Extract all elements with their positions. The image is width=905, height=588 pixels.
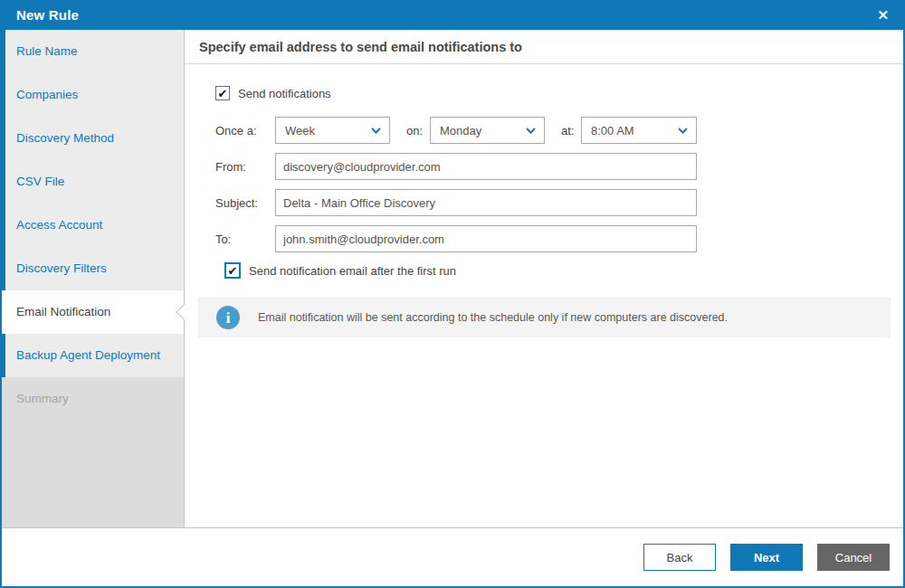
sidebar-item-discovery-method[interactable]: Discovery Method	[2, 117, 184, 160]
wizard-steps-sidebar: Rule Name Companies Discovery Method CSV…	[2, 30, 185, 527]
on-label: on:	[406, 124, 430, 138]
check-icon: ✔	[218, 88, 228, 100]
send-notifications-label: Send notifications	[238, 87, 331, 100]
next-button[interactable]: Next	[730, 544, 803, 571]
info-message: Email notification will be sent accordin…	[258, 311, 728, 324]
from-input[interactable]	[275, 153, 697, 180]
schedule-row: Once a: Week on: Monday at: 8:00 AM	[215, 117, 697, 144]
first-run-checkbox[interactable]: ✔	[224, 262, 241, 279]
dialog-body: Rule Name Companies Discovery Method CSV…	[2, 30, 903, 527]
at-label: at:	[561, 124, 581, 138]
dialog-title: New Rule	[16, 7, 79, 23]
info-icon: i	[216, 306, 240, 329]
subject-row: Subject:	[215, 189, 697, 216]
frequency-value: Week	[285, 124, 315, 138]
title-bar: New Rule ✕	[2, 0, 903, 30]
info-banner: i Email notification will be sent accord…	[198, 298, 891, 337]
time-value: 8:00 AM	[591, 124, 634, 138]
cancel-button[interactable]: Cancel	[817, 544, 890, 571]
sidebar-item-rule-name[interactable]: Rule Name	[2, 30, 184, 73]
sidebar-item-companies[interactable]: Companies	[2, 73, 184, 117]
to-row: To:	[215, 225, 697, 252]
check-icon: ✔	[228, 265, 238, 277]
chevron-down-icon	[526, 128, 536, 134]
subject-input[interactable]	[275, 189, 697, 216]
time-select[interactable]: 8:00 AM	[581, 117, 697, 144]
day-select[interactable]: Monday	[430, 117, 545, 144]
step-content: Specify email address to send email noti…	[185, 30, 903, 527]
send-notifications-checkbox[interactable]: ✔	[215, 86, 230, 100]
footer-bar: Back Next Cancel	[2, 527, 903, 586]
sidebar-item-summary: Summary	[2, 377, 184, 527]
once-a-label: Once a:	[215, 124, 275, 138]
sidebar-item-csv-file[interactable]: CSV File	[2, 160, 184, 204]
sidebar-item-discovery-filters[interactable]: Discovery Filters	[2, 247, 184, 290]
frequency-select[interactable]: Week	[275, 117, 390, 144]
first-run-label: Send notification email after the first …	[249, 264, 456, 278]
chevron-down-icon	[371, 128, 381, 134]
sidebar-item-access-account[interactable]: Access Account	[2, 204, 184, 247]
back-button[interactable]: Back	[643, 544, 716, 571]
chevron-down-icon	[678, 128, 688, 134]
day-value: Monday	[440, 124, 481, 138]
to-label: To:	[215, 232, 275, 246]
step-heading: Specify email address to send email noti…	[185, 30, 903, 64]
send-notifications-row: ✔ Send notifications	[215, 86, 331, 100]
from-row: From:	[215, 153, 697, 180]
sidebar-item-backup-agent-deployment[interactable]: Backup Agent Deployment	[2, 334, 184, 377]
close-icon[interactable]: ✕	[877, 8, 889, 22]
subject-label: Subject:	[215, 196, 275, 210]
new-rule-dialog: New Rule ✕ Rule Name Companies Discovery…	[0, 0, 905, 588]
to-input[interactable]	[275, 225, 697, 252]
sidebar-item-email-notification[interactable]: Email Notification	[2, 290, 184, 334]
from-label: From:	[215, 160, 275, 174]
first-run-row: ✔ Send notification email after the firs…	[224, 262, 456, 279]
